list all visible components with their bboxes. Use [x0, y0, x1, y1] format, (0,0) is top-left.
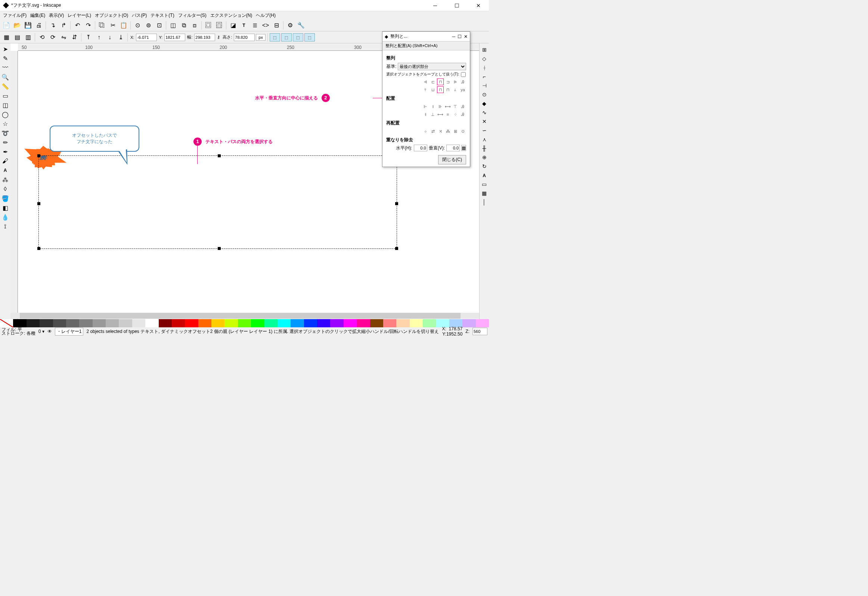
swatch[interactable]: [383, 319, 396, 327]
swatch-none[interactable]: [0, 319, 13, 327]
rotate-ccw-icon[interactable]: ⟲: [37, 33, 47, 42]
paste-icon[interactable]: 📋: [119, 21, 128, 30]
swatch[interactable]: [159, 319, 172, 327]
swatch[interactable]: [462, 319, 475, 327]
unit-label[interactable]: px: [256, 34, 266, 41]
dialog-maximize-icon[interactable]: ☐: [458, 34, 462, 39]
swatch[interactable]: [264, 319, 278, 327]
align-text-icon[interactable]: Ꭿ: [459, 78, 466, 85]
menu-filter[interactable]: フィルター(S): [177, 12, 208, 19]
swatch[interactable]: [198, 319, 211, 327]
snap-intersect-icon[interactable]: ✕: [480, 117, 489, 126]
dist-equal-icon[interactable]: ≡: [444, 111, 451, 118]
snap-cusp-icon[interactable]: ⋏: [480, 135, 489, 143]
overlap-v-input[interactable]: [446, 145, 460, 151]
maximize-button[interactable]: ☐: [449, 1, 464, 10]
unclump-icon[interactable]: ⊞: [452, 128, 459, 135]
snap-center-icon[interactable]: ⊙: [480, 90, 489, 99]
swatch[interactable]: [238, 319, 251, 327]
align-right-icon[interactable]: ⊐: [444, 78, 451, 85]
3dbox-tool-icon[interactable]: ◫: [1, 101, 10, 109]
exchange-z-icon[interactable]: ⤨: [437, 128, 444, 135]
swatch[interactable]: [119, 319, 132, 327]
snap-node-icon[interactable]: ◆: [480, 99, 489, 108]
handle-sw[interactable]: [37, 247, 40, 250]
dist-random-icon[interactable]: ⁘: [452, 111, 459, 118]
raise-top-icon[interactable]: ⤒: [83, 33, 93, 42]
connector-tool-icon[interactable]: ⟟: [1, 222, 10, 231]
w-input[interactable]: [194, 34, 215, 41]
print-icon[interactable]: 🖨: [34, 21, 44, 30]
menu-help[interactable]: ヘルプ(H): [254, 12, 277, 19]
node-tool-icon[interactable]: ✎: [1, 54, 10, 63]
basis-select[interactable]: 最後の選択部分: [398, 63, 466, 70]
swatch[interactable]: [344, 319, 357, 327]
select-layers-icon[interactable]: ▤: [12, 33, 22, 42]
swatch[interactable]: [145, 319, 158, 327]
zoom-tool-icon[interactable]: 🔍: [1, 72, 10, 81]
handle-nw[interactable]: [37, 154, 40, 157]
swatch[interactable]: [185, 319, 198, 327]
dist-hgap-icon[interactable]: ⟷: [444, 103, 451, 110]
swatch[interactable]: [93, 319, 106, 327]
dropper-tool-icon[interactable]: 💧: [1, 213, 10, 222]
dist-hcenter-icon[interactable]: ⫴: [430, 103, 436, 110]
snap-midpoint-icon[interactable]: ⊣: [480, 81, 489, 90]
copy-icon[interactable]: ⿻: [97, 21, 107, 30]
dist-right-icon[interactable]: ⊪: [437, 103, 444, 110]
remove-overlap-icon[interactable]: ▦: [461, 145, 466, 151]
snap-corner-icon[interactable]: ⌐: [480, 72, 489, 81]
zoom-draw-icon[interactable]: ⊚: [143, 21, 153, 30]
affect-corners[interactable]: ⬚: [281, 33, 292, 41]
affect-stroke[interactable]: ⬚: [270, 33, 280, 41]
snap-obj-center-icon[interactable]: ⊕: [480, 153, 489, 161]
swatch[interactable]: [396, 319, 409, 327]
save-icon[interactable]: 💾: [23, 21, 33, 30]
doc-prefs-icon[interactable]: 🔧: [296, 21, 306, 30]
dup-icon[interactable]: ◫: [168, 21, 178, 30]
handle-w[interactable]: [37, 202, 40, 205]
swatch[interactable]: [330, 319, 343, 327]
overlap-h-input[interactable]: [414, 145, 427, 151]
spray-tool-icon[interactable]: ⁂: [1, 175, 10, 184]
swatch[interactable]: [132, 319, 145, 327]
align-dialog[interactable]: ◆ 整列と... ─ ☐ ✕ 整列と配置(A) (Shift+Ctrl+A) 整…: [382, 31, 470, 167]
swatch[interactable]: [66, 319, 79, 327]
snap-page-icon[interactable]: ▭: [480, 180, 489, 188]
stroke-indicator[interactable]: 各種: [27, 331, 35, 336]
new-icon[interactable]: 📄: [1, 21, 11, 30]
menu-edit[interactable]: 編集(E): [29, 12, 47, 19]
dialog-close-icon[interactable]: ✕: [464, 34, 468, 39]
swatch[interactable]: [106, 319, 119, 327]
center-icon[interactable]: ⊙: [459, 128, 466, 135]
snap-bbox-icon[interactable]: ◇: [480, 55, 489, 63]
measure-tool-icon[interactable]: 📏: [1, 82, 10, 91]
bezier-tool-icon[interactable]: ✒: [1, 147, 10, 156]
close-button[interactable]: ✕: [471, 1, 486, 10]
select-all-icon[interactable]: ▦: [1, 33, 11, 42]
import-icon[interactable]: ↴: [48, 21, 58, 30]
xml-icon[interactable]: <>: [261, 21, 270, 30]
align-top-out-icon[interactable]: ⫯: [422, 86, 429, 93]
swatch[interactable]: [40, 319, 53, 327]
snap-enable-icon[interactable]: ⊞: [480, 46, 489, 54]
swatch[interactable]: [410, 319, 423, 327]
text-tool-icon[interactable]: A: [1, 166, 10, 175]
x-input[interactable]: [136, 34, 157, 41]
align-bottom-out-icon[interactable]: ⫰: [452, 86, 459, 93]
tweak-tool-icon[interactable]: 〰: [1, 63, 10, 72]
deselect-icon[interactable]: ▥: [23, 33, 33, 42]
snap-rotation-icon[interactable]: ↻: [480, 162, 489, 170]
zoom-sel-icon[interactable]: ⊙: [133, 21, 142, 30]
handle-s[interactable]: [218, 247, 221, 250]
fill-stroke-icon[interactable]: ◪: [228, 21, 238, 30]
snap-smooth-icon[interactable]: ∽: [480, 126, 489, 135]
handle-e[interactable]: [395, 202, 398, 205]
handle-se[interactable]: [395, 247, 398, 250]
dialog-minimize-icon[interactable]: ─: [452, 34, 455, 39]
swatch[interactable]: [53, 319, 66, 327]
swatch[interactable]: [476, 319, 489, 327]
horizontal-scrollbar[interactable]: [10, 313, 479, 319]
bucket-tool-icon[interactable]: 🪣: [1, 194, 10, 203]
zoom-page-icon[interactable]: ⊡: [154, 21, 164, 30]
